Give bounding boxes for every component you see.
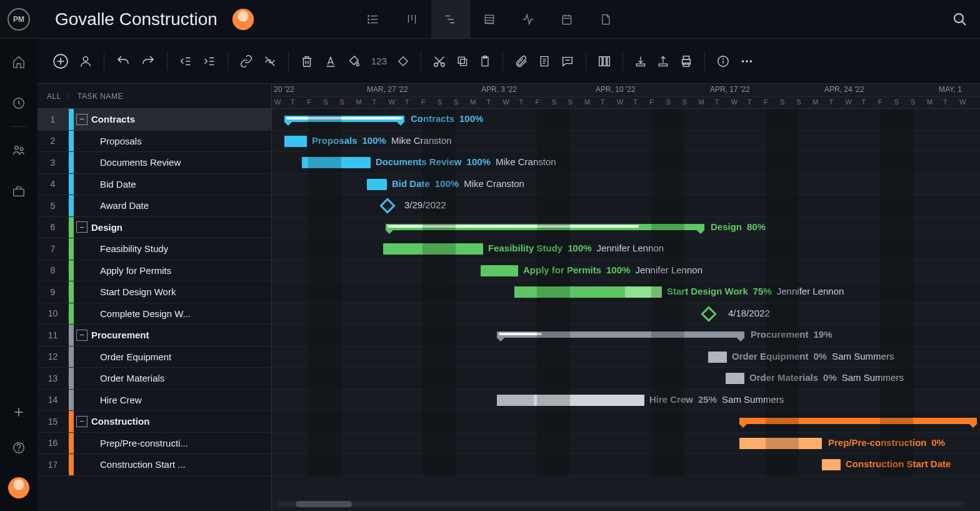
calendar-view-tab[interactable] <box>548 0 586 38</box>
outdent-icon[interactable] <box>179 54 192 68</box>
gantt-row[interactable]: Feasibility Study100%Jennifer Lennon <box>272 238 980 260</box>
milestone-diamond[interactable] <box>379 198 395 213</box>
task-row[interactable]: 16 Prep/Pre-constructi... <box>38 433 271 455</box>
col-name[interactable]: TASK NAME <box>69 92 123 101</box>
add-task-icon[interactable] <box>52 53 69 69</box>
milestone-icon[interactable] <box>397 55 409 68</box>
import-icon[interactable] <box>634 55 647 68</box>
collapse-toggle[interactable]: − <box>76 114 88 125</box>
task-row[interactable]: 1 − Contracts <box>38 109 271 131</box>
gantt-view-tab[interactable] <box>431 0 470 38</box>
task-row[interactable]: 17 Construction Start ... <box>38 454 271 476</box>
link-icon[interactable] <box>239 54 253 68</box>
gantt-row[interactable]: 4/18/2022 <box>272 303 980 325</box>
add-icon[interactable] <box>12 406 25 418</box>
collapse-toggle[interactable]: − <box>76 330 88 341</box>
avatar[interactable] <box>232 9 254 30</box>
task-bar[interactable] <box>383 243 483 255</box>
delete-icon[interactable] <box>300 54 314 68</box>
gantt-row[interactable]: Construction Start Date <box>272 454 980 476</box>
summary-bar[interactable] <box>386 224 704 230</box>
team-icon[interactable] <box>12 143 26 157</box>
comment-icon[interactable] <box>561 54 574 68</box>
gantt-row[interactable]: Contracts100% <box>272 109 980 131</box>
user-avatar[interactable] <box>8 477 29 498</box>
files-view-tab[interactable] <box>586 0 625 38</box>
collapse-toggle[interactable]: − <box>76 221 88 233</box>
export-icon[interactable] <box>657 55 669 68</box>
gantt-row[interactable]: Prep/Pre-construction0% <box>272 433 980 455</box>
task-row[interactable]: 8 Apply for Permits <box>38 260 271 282</box>
task-bar[interactable] <box>708 352 727 363</box>
horizontal-scrollbar[interactable] <box>277 501 964 507</box>
portfolio-icon[interactable] <box>12 185 26 198</box>
text-color-icon[interactable] <box>324 54 338 68</box>
gantt-row[interactable]: Procurement19% <box>272 325 980 347</box>
gantt-row[interactable]: Proposals100%Mike Cranston <box>272 131 980 153</box>
task-row[interactable]: 9 Start Design Work <box>38 281 271 303</box>
gantt-row[interactable]: Documents Review100%Mike Cranston <box>272 152 980 174</box>
scroll-thumb[interactable] <box>296 501 352 507</box>
task-row[interactable]: 4 Bid Date <box>38 174 271 196</box>
gantt-row[interactable]: Bid Date100%Mike Cranston <box>272 174 980 196</box>
milestone-diamond[interactable] <box>701 306 716 321</box>
task-row[interactable]: 10 Complete Design W... <box>38 303 271 325</box>
gantt-row[interactable]: Hire Crew25%Sam Summers <box>272 390 980 412</box>
task-row[interactable]: 5 Award Date <box>38 195 271 217</box>
task-row[interactable]: 7 Feasibility Study <box>38 238 271 260</box>
home-icon[interactable] <box>12 55 26 69</box>
gantt-row[interactable] <box>272 411 980 433</box>
task-row[interactable]: 15 − Construction <box>38 411 271 433</box>
gantt-row[interactable]: Apply for Permits100%Jennifer Lennon <box>272 260 980 282</box>
recent-icon[interactable] <box>12 96 26 110</box>
percent-icon[interactable]: 123 <box>371 56 387 66</box>
task-row[interactable]: 12 Order Equipment <box>38 347 271 368</box>
task-row[interactable]: 3 Documents Review <box>38 152 271 174</box>
task-row[interactable]: 14 Hire Crew <box>38 390 271 412</box>
task-bar[interactable] <box>514 286 662 298</box>
task-bar[interactable] <box>726 373 744 384</box>
task-bar[interactable] <box>284 136 307 147</box>
undo-icon[interactable] <box>116 54 131 69</box>
gantt-row[interactable]: Order Materials0%Sam Summers <box>272 368 980 390</box>
summary-bar[interactable] <box>284 116 404 122</box>
gantt-row[interactable]: Order Equipment0%Sam Summers <box>272 347 980 368</box>
copy-icon[interactable] <box>456 55 469 68</box>
summary-bar[interactable] <box>739 418 977 424</box>
fill-color-icon[interactable] <box>348 54 361 68</box>
task-bar[interactable] <box>822 459 841 470</box>
notes-icon[interactable] <box>538 55 551 68</box>
cut-icon[interactable] <box>432 54 446 68</box>
sheet-view-tab[interactable] <box>470 0 509 38</box>
more-icon[interactable] <box>740 54 754 68</box>
task-bar[interactable] <box>497 395 644 406</box>
gantt-row[interactable]: 3/29/2022 <box>272 195 980 217</box>
assign-icon[interactable] <box>79 54 92 68</box>
task-bar[interactable] <box>367 179 387 190</box>
print-icon[interactable] <box>679 54 693 68</box>
task-bar[interactable] <box>481 265 518 276</box>
gantt-row[interactable]: Start Design Work75%Jennifer Lennon <box>272 281 980 303</box>
col-all[interactable]: ALL <box>38 92 69 101</box>
indent-icon[interactable] <box>202 54 216 68</box>
task-bar[interactable] <box>302 157 371 168</box>
pm-logo[interactable]: PM <box>0 8 38 31</box>
board-view-tab[interactable] <box>392 0 431 38</box>
info-icon[interactable] <box>716 54 730 68</box>
attach-icon[interactable] <box>514 54 528 68</box>
redo-icon[interactable] <box>141 54 156 69</box>
gantt-row[interactable]: Design80% <box>272 217 980 239</box>
list-view-tab[interactable] <box>354 0 392 38</box>
task-bar[interactable] <box>739 438 822 449</box>
gantt-body[interactable]: Contracts100%Proposals100%Mike CranstonD… <box>272 109 980 476</box>
task-row[interactable]: 13 Order Materials <box>38 368 271 390</box>
collapse-toggle[interactable]: − <box>76 416 88 427</box>
search-icon[interactable] <box>952 12 968 27</box>
task-row[interactable]: 11 − Procurement <box>38 325 271 347</box>
columns-icon[interactable] <box>598 54 611 68</box>
unlink-icon[interactable] <box>263 54 277 68</box>
activity-view-tab[interactable] <box>509 0 548 38</box>
summary-bar[interactable] <box>497 331 744 338</box>
task-row[interactable]: 6 − Design <box>38 217 271 239</box>
task-row[interactable]: 2 Proposals <box>38 131 271 153</box>
